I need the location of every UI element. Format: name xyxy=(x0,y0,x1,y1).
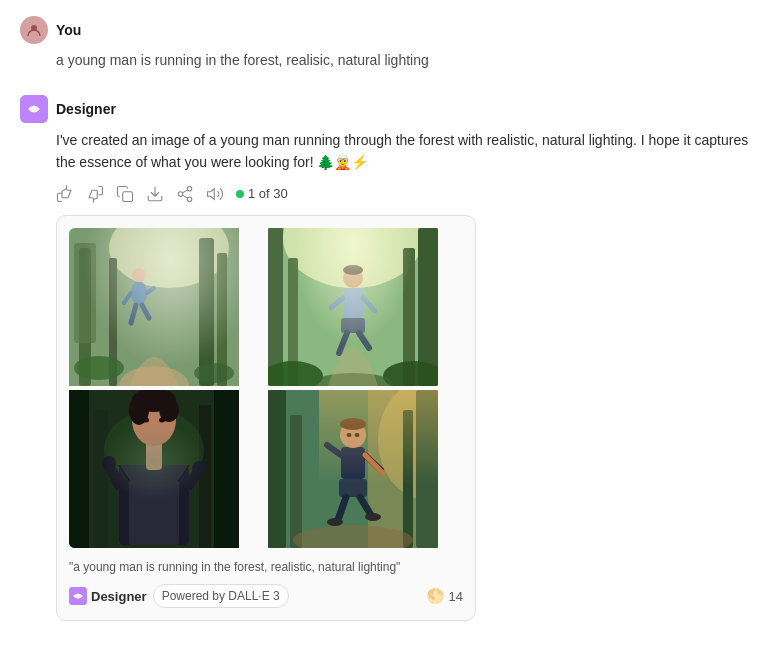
image-footer: Designer Powered by DALL·E 3 🌕 14 xyxy=(69,584,463,608)
svg-rect-10 xyxy=(217,253,227,386)
page-indicator-text: 1 of 30 xyxy=(248,184,288,204)
footer-left: Designer Powered by DALL·E 3 xyxy=(69,584,289,608)
designer-response-text: I've created an image of a young man run… xyxy=(56,129,751,174)
svg-point-68 xyxy=(340,422,366,448)
svg-point-76 xyxy=(365,513,381,521)
svg-rect-7 xyxy=(74,243,96,343)
designer-message: Designer I've created an image of a youn… xyxy=(20,95,751,621)
reaction-number: 14 xyxy=(449,587,463,607)
svg-point-14 xyxy=(131,281,147,305)
powered-by-badge: Powered by DALL·E 3 xyxy=(153,584,289,608)
svg-rect-20 xyxy=(268,228,438,386)
svg-point-15 xyxy=(132,268,146,282)
svg-rect-2 xyxy=(123,191,133,201)
svg-line-18 xyxy=(124,293,131,303)
page-indicator: 1 of 30 xyxy=(236,184,288,204)
designer-message-header: Designer xyxy=(20,95,751,123)
svg-line-67 xyxy=(365,455,383,473)
svg-rect-9 xyxy=(199,238,214,386)
designer-name: Designer xyxy=(56,101,116,117)
designer-message-content: I've created an image of a young man run… xyxy=(56,129,751,621)
svg-rect-38 xyxy=(69,390,89,548)
svg-point-54 xyxy=(102,456,116,470)
user-message-content: a young man is running in the forest, re… xyxy=(56,50,751,71)
user-prompt-text: a young man is running in the forest, re… xyxy=(56,50,751,71)
svg-point-31 xyxy=(343,265,363,275)
svg-rect-6 xyxy=(79,248,91,386)
svg-point-28 xyxy=(313,373,393,386)
svg-rect-24 xyxy=(288,258,298,386)
svg-line-53 xyxy=(189,470,199,485)
svg-rect-57 xyxy=(368,390,438,548)
svg-rect-62 xyxy=(403,410,413,548)
svg-point-75 xyxy=(327,518,343,526)
copy-button[interactable] xyxy=(116,185,134,203)
svg-rect-8 xyxy=(109,258,117,386)
user-name: You xyxy=(56,22,81,38)
svg-line-34 xyxy=(359,333,369,348)
volume-button[interactable] xyxy=(206,185,224,203)
svg-rect-32 xyxy=(341,318,365,333)
svg-line-17 xyxy=(142,305,149,318)
svg-line-52 xyxy=(109,465,119,485)
reaction-emoji: 🌕 xyxy=(426,585,445,608)
svg-point-71 xyxy=(355,433,360,437)
svg-rect-60 xyxy=(416,390,438,548)
share-button[interactable] xyxy=(176,185,194,203)
download-button[interactable] xyxy=(146,185,164,203)
svg-point-30 xyxy=(343,268,363,288)
svg-rect-4 xyxy=(69,228,239,386)
svg-line-19 xyxy=(147,288,154,293)
user-avatar xyxy=(20,16,48,44)
svg-point-69 xyxy=(340,418,366,430)
action-bar: 1 of 30 xyxy=(56,184,751,204)
svg-rect-44 xyxy=(129,480,179,545)
generated-image-4[interactable] xyxy=(268,390,438,548)
svg-rect-29 xyxy=(343,288,363,318)
designer-badge: Designer xyxy=(69,587,147,607)
svg-point-26 xyxy=(268,361,323,386)
svg-rect-25 xyxy=(403,248,415,386)
svg-point-27 xyxy=(383,361,438,386)
svg-rect-23 xyxy=(418,228,438,386)
status-dot xyxy=(236,190,244,198)
svg-rect-22 xyxy=(268,228,283,386)
generated-image-2[interactable] xyxy=(268,228,438,386)
designer-avatar xyxy=(20,95,48,123)
svg-point-42 xyxy=(104,410,204,490)
svg-rect-61 xyxy=(290,415,302,548)
designer-logo-icon xyxy=(69,587,87,605)
svg-point-12 xyxy=(74,356,124,380)
svg-point-11 xyxy=(119,366,189,386)
svg-point-58 xyxy=(378,390,438,500)
svg-rect-64 xyxy=(341,447,365,479)
svg-rect-45 xyxy=(146,440,162,470)
thumbs-down-button[interactable] xyxy=(86,185,104,203)
image-caption: "a young man is running in the forest, r… xyxy=(69,558,463,576)
svg-line-35 xyxy=(331,298,343,308)
svg-line-33 xyxy=(339,333,347,353)
svg-point-13 xyxy=(194,363,234,383)
generated-image-1[interactable] xyxy=(69,228,239,386)
svg-line-65 xyxy=(365,455,381,470)
svg-line-66 xyxy=(327,445,341,455)
thumbs-up-button[interactable] xyxy=(56,185,74,203)
user-message-header: You xyxy=(20,16,751,44)
svg-rect-40 xyxy=(94,410,108,548)
reaction-count[interactable]: 🌕 14 xyxy=(426,585,463,608)
svg-point-5 xyxy=(109,228,229,288)
svg-line-73 xyxy=(338,497,346,520)
svg-rect-59 xyxy=(268,390,286,548)
designer-footer-name: Designer xyxy=(91,587,147,607)
svg-point-50 xyxy=(143,418,149,423)
svg-rect-72 xyxy=(339,479,367,497)
svg-line-36 xyxy=(363,298,375,311)
svg-line-74 xyxy=(360,497,371,515)
generated-image-3[interactable] xyxy=(69,390,239,548)
svg-rect-41 xyxy=(199,405,211,548)
svg-point-70 xyxy=(347,433,352,437)
svg-rect-39 xyxy=(214,390,239,548)
svg-line-16 xyxy=(131,305,136,323)
image-grid xyxy=(69,228,463,548)
svg-point-21 xyxy=(283,228,423,288)
